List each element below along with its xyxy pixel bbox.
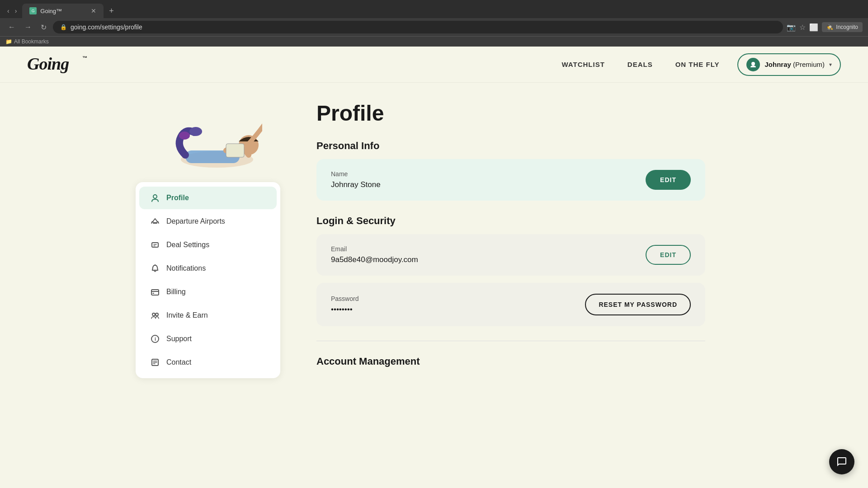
sidebar-item-invite-earn[interactable]: Invite & Earn: [139, 304, 277, 327]
svg-point-2: [751, 62, 755, 66]
device-icon[interactable]: ⬜: [809, 23, 818, 32]
sidebar-support-label: Support: [166, 335, 192, 343]
bookmarks-label: All Bookmarks: [14, 38, 49, 45]
password-card: Password •••••••• RESET MY PASSWORD: [316, 283, 705, 326]
nav-watchlist[interactable]: WATCHLIST: [561, 61, 604, 68]
name-info: Name Johnray Stone: [331, 170, 381, 189]
svg-rect-10: [152, 243, 158, 247]
address-text: going.com/settings/profile: [71, 23, 142, 31]
departure-airports-icon: [150, 216, 160, 226]
sidebar-illustration: [136, 92, 262, 182]
svg-rect-14: [152, 293, 154, 294]
sidebar-deal-settings-label: Deal Settings: [166, 241, 209, 249]
sidebar-item-billing[interactable]: Billing: [139, 281, 277, 303]
tab-favicon: G: [29, 7, 37, 14]
sidebar: Profile Departure Airports: [136, 83, 280, 393]
user-menu-button[interactable]: Johnray (Premium) ▾: [737, 53, 841, 76]
page-title: Profile: [316, 101, 705, 126]
tab-close-button[interactable]: ✕: [91, 7, 96, 14]
email-card: Email 9a5d8e40@moodjoy.com EDIT: [316, 234, 705, 276]
content-area: Profile Personal Info Name Johnray Stone…: [280, 83, 732, 393]
sidebar-departure-airports-label: Departure Airports: [166, 217, 225, 225]
user-avatar-icon: [750, 61, 757, 68]
svg-text:™: ™: [82, 55, 87, 61]
lock-icon: 🔒: [60, 24, 67, 30]
browser-tab-nav: ‹ ›: [5, 5, 19, 16]
nav-on-the-fly[interactable]: ON THE FLY: [675, 61, 720, 68]
login-security-title: Login & Security: [316, 215, 705, 227]
tab-title: Going™: [40, 8, 62, 14]
bookmarks-folder-icon: 📁: [5, 38, 12, 45]
svg-point-9: [153, 195, 157, 198]
account-management-title: Account Management: [316, 356, 705, 367]
browser-right-icons: 📷 ☆ ⬜: [787, 23, 818, 32]
sidebar-item-deal-settings[interactable]: Deal Settings: [139, 234, 277, 256]
top-nav: Going ™ WATCHLIST DEALS ON THE FLY Johnr…: [0, 47, 868, 83]
sidebar-item-support[interactable]: i Support: [139, 328, 277, 350]
logo-text: Going ™: [27, 61, 90, 77]
email-label: Email: [331, 245, 418, 253]
support-icon: i: [150, 334, 160, 344]
password-value: ••••••••: [331, 305, 359, 314]
browser-titlebar: ‹ › G Going™ ✕ +: [0, 0, 868, 18]
sidebar-billing-label: Billing: [166, 288, 186, 296]
name-edit-button[interactable]: EDIT: [646, 170, 691, 190]
reload-button[interactable]: ↻: [38, 21, 49, 33]
user-name: Johnray (Premium): [764, 61, 825, 68]
incognito-icon: 🕵: [826, 24, 833, 30]
page-content: Going ™ WATCHLIST DEALS ON THE FLY Johnr…: [0, 47, 868, 488]
svg-point-16: [156, 313, 158, 316]
address-bar[interactable]: 🔒 going.com/settings/profile: [53, 21, 783, 33]
illustration-svg: [136, 92, 262, 182]
incognito-badge: 🕵 Incognito: [822, 22, 863, 32]
tab-nav-right[interactable]: ›: [13, 5, 19, 16]
invite-earn-icon: [150, 310, 160, 320]
deal-settings-icon: [150, 240, 160, 250]
sidebar-item-contact[interactable]: Contact: [139, 351, 277, 374]
bookmark-icon[interactable]: ☆: [799, 23, 806, 32]
svg-text:Going: Going: [27, 54, 69, 73]
email-value: 9a5d8e40@moodjoy.com: [331, 255, 418, 264]
sidebar-notifications-label: Notifications: [166, 264, 206, 272]
notifications-icon: [150, 263, 160, 273]
email-edit-button[interactable]: EDIT: [646, 245, 691, 265]
profile-icon: [150, 193, 160, 203]
camera-off-icon[interactable]: 📷: [787, 23, 796, 32]
name-label: Name: [331, 170, 381, 178]
sidebar-profile-label: Profile: [166, 194, 189, 202]
main-layout: Profile Departure Airports: [118, 83, 750, 393]
svg-point-15: [152, 313, 155, 316]
sidebar-item-departure-airports[interactable]: Departure Airports: [139, 210, 277, 233]
svg-rect-6: [226, 144, 244, 157]
password-label: Password: [331, 295, 359, 302]
incognito-label: Incognito: [836, 24, 858, 30]
forward-button[interactable]: →: [22, 21, 34, 33]
svg-point-7: [189, 127, 202, 136]
back-button[interactable]: ←: [5, 21, 18, 33]
nav-deals[interactable]: DEALS: [627, 61, 653, 68]
chat-icon: [836, 456, 847, 467]
logo-svg: Going ™: [27, 52, 90, 74]
reset-password-button[interactable]: RESET MY PASSWORD: [585, 294, 691, 315]
billing-icon: [150, 287, 160, 297]
contact-icon: [150, 357, 160, 367]
sidebar-item-profile[interactable]: Profile: [139, 187, 277, 209]
nav-links: WATCHLIST DEALS ON THE FLY: [561, 61, 719, 68]
svg-text:i: i: [155, 336, 156, 342]
sidebar-invite-earn-label: Invite & Earn: [166, 311, 208, 319]
sidebar-menu: Profile Departure Airports: [136, 182, 280, 378]
personal-info-title: Personal Info: [316, 140, 705, 152]
password-info: Password ••••••••: [331, 295, 359, 314]
tab-nav-left[interactable]: ‹: [5, 5, 11, 16]
sidebar-item-notifications[interactable]: Notifications: [139, 257, 277, 280]
logo[interactable]: Going ™: [27, 52, 90, 78]
new-tab-button[interactable]: +: [105, 5, 118, 18]
sidebar-contact-label: Contact: [166, 358, 191, 366]
user-avatar: [746, 58, 760, 71]
chat-button[interactable]: [829, 449, 854, 474]
svg-rect-12: [151, 290, 159, 295]
active-tab[interactable]: G Going™ ✕: [22, 4, 104, 18]
browser-toolbar: ← → ↻ 🔒 going.com/settings/profile 📷 ☆ ⬜…: [0, 18, 868, 36]
name-value: Johnray Stone: [331, 180, 381, 189]
browser-chrome: ‹ › G Going™ ✕ + ← → ↻ 🔒 going.com/setti…: [0, 0, 868, 47]
